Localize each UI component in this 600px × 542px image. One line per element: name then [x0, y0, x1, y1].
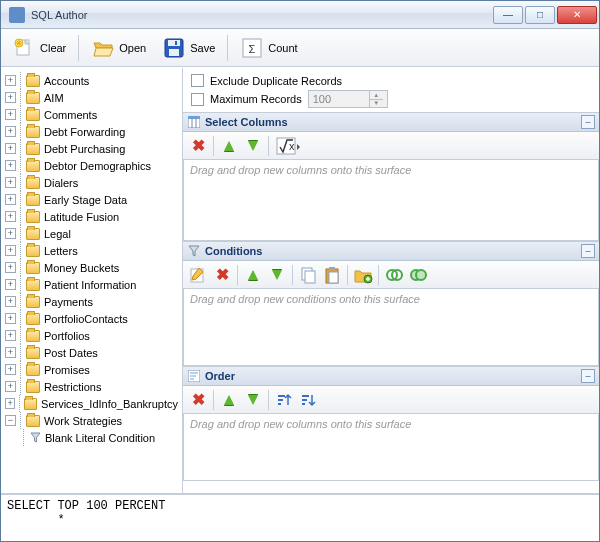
paste-button[interactable] — [321, 264, 343, 286]
move-down-button[interactable] — [266, 264, 288, 286]
expander-icon[interactable]: + — [5, 364, 16, 375]
expander-icon[interactable]: + — [5, 296, 16, 307]
tree-label: Latitude Fusion — [42, 211, 121, 223]
svg-text:x: x — [289, 140, 295, 152]
tree-item[interactable]: +Latitude Fusion — [3, 208, 180, 225]
spin-up[interactable]: ▲ — [370, 91, 383, 100]
select-columns-panel: Select Columns – ✖ x Drag and drop new c… — [183, 112, 599, 241]
order-panel: Order – ✖ Drag and drop new columns onto… — [183, 366, 599, 481]
union-icon — [409, 267, 427, 283]
open-button[interactable]: Open — [84, 33, 153, 63]
sql-output[interactable]: SELECT TOP 100 PERCENT * — [1, 493, 599, 541]
save-label: Save — [190, 42, 215, 54]
move-down-button[interactable] — [242, 135, 264, 157]
clear-button[interactable]: Clear — [5, 33, 73, 63]
group-button[interactable] — [352, 264, 374, 286]
tree-item[interactable]: +Post Dates — [3, 344, 180, 361]
tree-item[interactable]: +Patient Information — [3, 276, 180, 293]
expander-icon[interactable]: + — [5, 194, 16, 205]
tree-connector — [18, 327, 24, 344]
tree-item[interactable]: +AIM — [3, 89, 180, 106]
tree-item[interactable]: +Promises — [3, 361, 180, 378]
order-surface[interactable]: Drag and drop new columns onto this surf… — [183, 414, 599, 481]
tree-item[interactable]: +PortfolioContacts — [3, 310, 180, 327]
tree-item[interactable]: +Early Stage Data — [3, 191, 180, 208]
expander-icon[interactable]: + — [5, 160, 16, 171]
expander-icon[interactable]: + — [5, 313, 16, 324]
conditions-surface[interactable]: Drag and drop new conditions onto this s… — [183, 289, 599, 366]
tree-item[interactable]: +Services_IdInfo_Bankruptcy — [3, 395, 180, 412]
tree-item[interactable]: +Debt Purchasing — [3, 140, 180, 157]
tree-item[interactable]: +Accounts — [3, 72, 180, 89]
placeholder-text: Drag and drop new columns onto this surf… — [190, 418, 592, 430]
schema-tree[interactable]: +Accounts+AIM+Comments+Debt Forwarding+D… — [1, 68, 183, 493]
tree-item[interactable]: +Payments — [3, 293, 180, 310]
expander-icon[interactable]: + — [5, 381, 16, 392]
expander-icon[interactable]: + — [5, 330, 16, 341]
expander-icon[interactable]: + — [5, 262, 16, 273]
move-down-button[interactable] — [242, 389, 264, 411]
move-up-button[interactable] — [218, 389, 240, 411]
delete-button[interactable]: ✖ — [187, 389, 209, 411]
placeholder-text: Drag and drop new conditions onto this s… — [190, 293, 592, 305]
exclude-duplicates-checkbox[interactable] — [191, 74, 204, 87]
tree-item[interactable]: Blank Literal Condition — [3, 429, 180, 446]
expander-icon[interactable]: + — [5, 211, 16, 222]
save-button[interactable]: Save — [155, 33, 222, 63]
delete-button[interactable]: ✖ — [187, 135, 209, 157]
aggregate-button[interactable]: x — [273, 135, 305, 157]
app-icon — [9, 7, 25, 23]
tree-label: PortfolioContacts — [42, 313, 130, 325]
collapse-button[interactable]: – — [581, 244, 595, 258]
sort-asc-button[interactable] — [273, 389, 295, 411]
move-up-button[interactable] — [218, 135, 240, 157]
edit-button[interactable] — [187, 264, 209, 286]
copy-button[interactable] — [297, 264, 319, 286]
or-group-button[interactable] — [407, 264, 429, 286]
folder-icon — [26, 364, 40, 376]
expander-icon[interactable]: + — [5, 143, 16, 154]
expander-icon[interactable]: + — [5, 279, 16, 290]
tree-item[interactable]: +Restrictions — [3, 378, 180, 395]
minimize-button[interactable]: — — [493, 6, 523, 24]
delete-button[interactable]: ✖ — [211, 264, 233, 286]
expander-icon[interactable]: + — [5, 398, 15, 409]
select-columns-surface[interactable]: Drag and drop new columns onto this surf… — [183, 160, 599, 241]
close-button[interactable]: ✕ — [557, 6, 597, 24]
collapse-button[interactable]: – — [581, 369, 595, 383]
folder-icon — [26, 228, 40, 240]
tree-connector — [18, 140, 24, 157]
tree-item[interactable]: +Dialers — [3, 174, 180, 191]
folder-icon — [26, 279, 40, 291]
tree-item[interactable]: +Letters — [3, 242, 180, 259]
expander-icon[interactable]: + — [5, 126, 16, 137]
sort-desc-button[interactable] — [297, 389, 319, 411]
expander-icon[interactable]: + — [5, 92, 16, 103]
tree-item[interactable]: +Portfolios — [3, 327, 180, 344]
expander-icon[interactable]: + — [5, 245, 16, 256]
expander-icon[interactable]: + — [5, 228, 16, 239]
count-button[interactable]: Σ Count — [233, 33, 304, 63]
spin-down[interactable]: ▼ — [370, 100, 383, 108]
maximize-button[interactable]: □ — [525, 6, 555, 24]
intersect-icon — [385, 267, 403, 283]
tree-item[interactable]: +Debtor Demographics — [3, 157, 180, 174]
and-group-button[interactable] — [383, 264, 405, 286]
expander-icon[interactable]: + — [5, 75, 16, 86]
tree-connector — [18, 208, 24, 225]
maximum-records-checkbox[interactable] — [191, 93, 204, 106]
separator — [78, 35, 79, 61]
tree-label: Accounts — [42, 75, 91, 87]
expander-icon[interactable]: + — [5, 347, 16, 358]
tree-item[interactable]: +Money Buckets — [3, 259, 180, 276]
expander-icon[interactable]: − — [5, 415, 16, 426]
expander-icon[interactable]: + — [5, 109, 16, 120]
tree-item[interactable]: +Legal — [3, 225, 180, 242]
tree-item[interactable]: −Work Strategies — [3, 412, 180, 429]
move-up-button[interactable] — [242, 264, 264, 286]
tree-item[interactable]: +Debt Forwarding — [3, 123, 180, 140]
collapse-button[interactable]: – — [581, 115, 595, 129]
sqrt-icon: x — [276, 137, 302, 155]
tree-item[interactable]: +Comments — [3, 106, 180, 123]
expander-icon[interactable]: + — [5, 177, 16, 188]
